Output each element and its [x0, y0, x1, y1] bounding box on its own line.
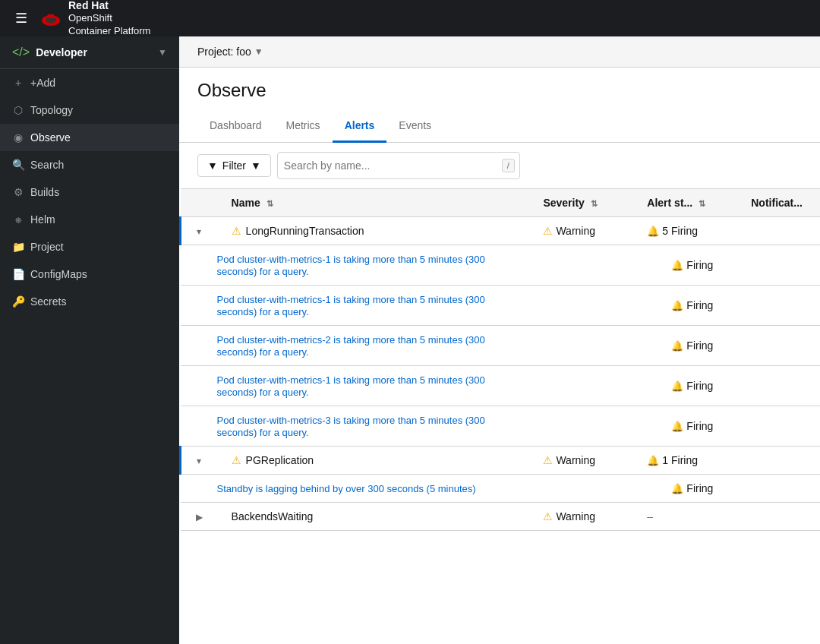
table-row: Standby is lagging behind by over 300 se… — [181, 475, 821, 503]
builds-icon: ⚙ — [12, 186, 24, 198]
child-state-pg1: 🔔 Firing — [671, 482, 727, 494]
table-row: Pod cluster-with-metrics-3 is taking mor… — [181, 406, 821, 447]
severity-badge-long-running: ⚠ Warning — [543, 225, 623, 237]
warning-icon-severity-backends: ⚠ — [543, 510, 553, 522]
alert-state-pg: 🔔 1 Firing — [647, 454, 727, 466]
table-row: ▾ ⚠ PGReplication ⚠ Warning — [181, 447, 821, 475]
sidebar-item-add[interactable]: + +Add — [0, 69, 179, 96]
child-link-lr3[interactable]: Pod cluster-with-metrics-2 is taking mor… — [217, 334, 485, 358]
warning-icon-severity-pg: ⚠ — [543, 454, 553, 466]
tab-dashboard[interactable]: Dashboard — [197, 110, 274, 143]
search-icon: 🔍 — [12, 159, 24, 171]
bell-icon: 🔔 — [671, 340, 683, 352]
child-link-pg1[interactable]: Standby is lagging behind by over 300 se… — [217, 483, 476, 494]
child-link-lr2[interactable]: Pod cluster-with-metrics-1 is taking mor… — [217, 294, 485, 317]
warning-icon: ⚠ — [232, 225, 241, 237]
table-row: Pod cluster-with-metrics-2 is taking mor… — [181, 326, 821, 366]
sidebar-item-builds[interactable]: ⚙ Builds — [0, 178, 179, 206]
child-state-lr3: 🔔 Firing — [671, 339, 727, 352]
tab-alerts[interactable]: Alerts — [333, 110, 387, 143]
sidebar-label-observe: Observe — [30, 131, 71, 144]
table-row: ▶ BackendsWaiting ⚠ Warning — [181, 503, 821, 531]
sidebar-label-topology: Topology — [30, 104, 73, 116]
table-row: ▾ ⚠ LongRunningTransaction ⚠ Warning — [181, 217, 821, 245]
tab-metrics[interactable]: Metrics — [274, 110, 333, 143]
th-alertst: Alert st... ⇅ — [635, 189, 739, 217]
sidebar-item-configmaps[interactable]: 📄 ConfigMaps — [0, 260, 179, 288]
th-alertst-sort-icon[interactable]: ⇅ — [699, 199, 705, 208]
filter-label: Filter — [222, 159, 246, 172]
brand-line2: OpenShift — [68, 12, 150, 25]
sidebar-item-topology[interactable]: ⬡ Topology — [0, 96, 179, 124]
search-kbd: / — [502, 159, 515, 172]
expand-long-running[interactable]: ▾ — [194, 226, 204, 237]
sidebar-item-observe[interactable]: ◉ Observe — [0, 124, 179, 151]
toolbar: ▼ Filter ▼ / — [179, 143, 820, 188]
sidebar-label-helm: Helm — [30, 213, 55, 226]
developer-icon: </> — [12, 46, 30, 59]
sidebar-label-add: +Add — [30, 77, 55, 89]
th-name: Name ⇅ — [219, 189, 531, 217]
sidebar-item-secrets[interactable]: 🔑 Secrets — [0, 288, 179, 315]
alerts-table-container: Name ⇅ Severity ⇅ Alert st... ⇅ Notifi — [179, 188, 820, 531]
child-state-lr2: 🔔 Firing — [671, 299, 727, 311]
sidebar-context[interactable]: </> Developer ▼ — [0, 36, 179, 69]
alert-state-long-running: 🔔 5 Firing — [647, 225, 727, 237]
th-notification: Notificat... — [739, 189, 820, 217]
sidebar-item-search[interactable]: 🔍 Search — [0, 151, 179, 178]
child-link-lr1[interactable]: Pod cluster-with-metrics-1 is taking mor… — [217, 254, 485, 277]
project-bar: Project: foo ▼ — [179, 36, 820, 68]
project-dropdown-arrow: ▼ — [254, 46, 263, 57]
table-row: Pod cluster-with-metrics-1 is taking mor… — [181, 366, 821, 406]
child-state-lr1: 🔔 Firing — [671, 259, 727, 271]
context-arrow: ▼ — [158, 47, 167, 58]
tab-events[interactable]: Events — [386, 110, 443, 143]
table-row: Pod cluster-with-metrics-1 is taking mor… — [181, 286, 821, 326]
expand-pg-replication[interactable]: ▾ — [194, 456, 204, 466]
alert-name-backends-waiting: BackendsWaiting — [232, 510, 314, 522]
topology-icon: ⬡ — [12, 104, 24, 116]
bell-icon: 🔔 — [671, 380, 683, 392]
filter-chevron: ▼ — [251, 159, 261, 172]
child-link-lr4[interactable]: Pod cluster-with-metrics-1 is taking mor… — [217, 374, 485, 398]
sidebar-label-project: Project — [30, 241, 64, 253]
alerts-table: Name ⇅ Severity ⇅ Alert st... ⇅ Notifi — [179, 188, 820, 531]
th-name-sort-icon[interactable]: ⇅ — [266, 199, 273, 208]
filter-icon: ▼ — [207, 159, 218, 172]
main-content: Project: foo ▼ Observe Dashboard Metrics… — [179, 36, 820, 644]
alert-name-long-running: LongRunningTransaction — [246, 225, 364, 237]
add-icon: + — [12, 77, 24, 89]
page-header: Observe — [179, 68, 820, 110]
bell-icon: 🔔 — [671, 483, 683, 494]
redhat-logo — [39, 7, 62, 30]
bell-icon: 🔔 — [671, 421, 683, 432]
search-input[interactable] — [278, 159, 502, 172]
brand: Red Hat OpenShift Container Platform — [39, 0, 150, 38]
brand-line3: Container Platform — [68, 25, 150, 38]
th-severity-sort-icon[interactable]: ⇅ — [591, 199, 598, 208]
bell-icon: 🔔 — [647, 226, 659, 237]
context-label: Developer — [36, 46, 87, 58]
table-header: Name ⇅ Severity ⇅ Alert st... ⇅ Notifi — [181, 189, 821, 217]
severity-badge-backends: ⚠ Warning — [543, 510, 623, 522]
sidebar-item-project[interactable]: 📁 Project — [0, 233, 179, 260]
child-link-lr5[interactable]: Pod cluster-with-metrics-3 is taking mor… — [217, 415, 485, 438]
sidebar: </> Developer ▼ + +Add ⬡ Topology ◉ Obse… — [0, 36, 179, 644]
sidebar-item-helm[interactable]: ⎈ Helm — [0, 206, 179, 233]
child-state-lr4: 🔔 Firing — [671, 380, 727, 392]
search-box: / — [277, 152, 520, 179]
project-dropdown[interactable]: Project: foo ▼ — [197, 46, 263, 58]
th-severity: Severity ⇅ — [531, 189, 635, 217]
warning-icon: ⚠ — [232, 454, 241, 466]
child-state-lr5: 🔔 Firing — [671, 420, 727, 432]
warning-icon-severity: ⚠ — [543, 225, 553, 237]
bell-icon: 🔔 — [647, 455, 659, 466]
helm-icon: ⎈ — [12, 213, 24, 226]
hamburger-icon[interactable]: ☰ — [12, 7, 30, 30]
expand-backends-waiting[interactable]: ▶ — [193, 512, 206, 522]
observe-icon: ◉ — [12, 131, 24, 144]
filter-button[interactable]: ▼ Filter ▼ — [197, 154, 271, 177]
alert-state-backends: – — [647, 510, 653, 522]
page-title: Observe — [197, 80, 802, 101]
tabs: Dashboard Metrics Alerts Events — [179, 110, 820, 143]
